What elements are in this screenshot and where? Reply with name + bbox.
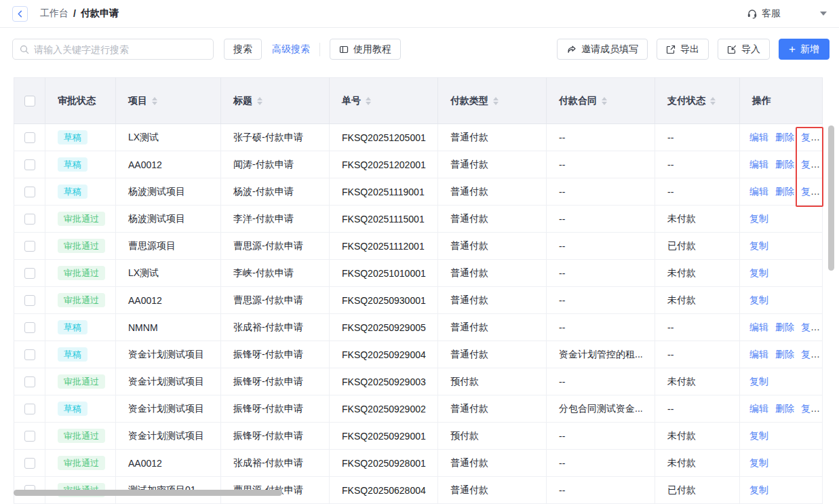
action-copy[interactable]: 复制 <box>749 376 768 387</box>
action-delete[interactable]: 删除 <box>775 403 794 414</box>
action-copy[interactable]: 复制 <box>801 159 820 170</box>
search-button[interactable]: 搜索 <box>224 39 262 60</box>
row-checkbox[interactable] <box>24 376 35 387</box>
invite-members-button[interactable]: 邀请成员填写 <box>557 39 648 60</box>
cell-project: LX测试 <box>116 124 221 151</box>
sort-icon[interactable] <box>257 97 262 105</box>
action-copy[interactable]: 复制 <box>801 349 820 360</box>
action-copy[interactable]: 复制 <box>749 213 768 224</box>
cell-doc-no: FKSQ20250928001 <box>330 450 438 477</box>
action-copy[interactable]: 复制 <box>749 430 768 441</box>
action-copy[interactable]: 复制 <box>801 322 820 332</box>
row-checkbox[interactable] <box>24 404 35 414</box>
avatar[interactable] <box>793 3 813 24</box>
cell-doc-no: FKSQ20250628004 <box>330 477 438 504</box>
action-copy[interactable]: 复制 <box>801 403 820 414</box>
action-edit[interactable]: 编辑 <box>749 159 768 170</box>
sort-icon[interactable] <box>710 97 716 105</box>
headset-icon <box>747 8 758 19</box>
action-copy[interactable]: 复制 <box>749 294 768 305</box>
export-button[interactable]: 导出 <box>657 39 709 60</box>
cell-doc-no: FKSQ20250929002 <box>330 395 438 423</box>
action-edit[interactable]: 编辑 <box>749 349 768 360</box>
action-edit[interactable]: 编辑 <box>749 322 768 332</box>
cell-contract: -- <box>547 287 655 314</box>
cell-approval-status: 草稿 <box>45 151 116 178</box>
action-delete[interactable]: 删除 <box>775 159 794 170</box>
back-button[interactable] <box>12 6 28 22</box>
action-delete[interactable]: 删除 <box>775 349 794 360</box>
cell-pay-type: 预付款 <box>438 423 547 450</box>
cell-pay-status: 未付款 <box>655 260 740 287</box>
table-row: 草稿杨波测试项目杨波-付款申请FKSQ20251119001普通付款----编辑… <box>14 178 823 206</box>
row-checkbox[interactable] <box>24 159 35 170</box>
cell-contract: -- <box>547 206 655 233</box>
table-row: 审批通过AA0012张成裕-付款申请FKSQ20250928001普通付款--未… <box>14 450 823 477</box>
toolbar-right: 邀请成员填写 导出 导入 + 新增 <box>557 39 830 60</box>
row-checkbox[interactable] <box>24 295 35 306</box>
cell-pay-status: 未付款 <box>655 450 740 477</box>
action-copy[interactable]: 复制 <box>749 267 768 278</box>
action-delete[interactable]: 删除 <box>775 132 794 142</box>
cell-pay-type: 普通付款 <box>438 287 547 314</box>
row-select-cell <box>14 287 45 314</box>
row-select-cell <box>14 151 45 178</box>
column-header-pay-status[interactable]: 支付状态 <box>667 95 705 106</box>
column-header-project[interactable]: 项目 <box>128 95 147 106</box>
row-checkbox[interactable] <box>24 268 35 279</box>
actions-cell: 编辑删除复制 <box>740 178 823 206</box>
support-button[interactable]: 客服 <box>747 7 781 20</box>
sort-icon[interactable] <box>493 97 499 105</box>
row-checkbox[interactable] <box>24 458 35 469</box>
action-copy[interactable]: 复制 <box>801 132 820 142</box>
tutorial-icon <box>339 45 349 54</box>
row-checkbox[interactable] <box>24 349 35 360</box>
row-checkbox[interactable] <box>24 322 35 333</box>
status-badge: 审批通过 <box>58 374 105 389</box>
action-copy[interactable]: 复制 <box>749 484 768 495</box>
advanced-search-link[interactable]: 高级搜索 <box>272 43 310 56</box>
breadcrumb-workbench[interactable]: 工作台 <box>40 7 69 20</box>
action-edit[interactable]: 编辑 <box>749 186 768 197</box>
column-header-pay-type[interactable]: 付款类型 <box>450 95 488 106</box>
row-checkbox[interactable] <box>24 187 35 197</box>
action-copy[interactable]: 复制 <box>801 186 820 197</box>
select-all-checkbox[interactable] <box>24 96 35 106</box>
chevron-down-icon[interactable] <box>820 12 827 16</box>
row-checkbox[interactable] <box>24 431 35 442</box>
status-badge: 审批通过 <box>58 293 105 307</box>
cell-project: 资金计划测试项目 <box>116 423 221 450</box>
sort-icon[interactable] <box>602 97 607 105</box>
tutorial-label: 使用教程 <box>353 43 391 56</box>
cell-approval-status: 草稿 <box>45 124 116 151</box>
table-row: 草稿资金计划测试项目振锋呀-付款申请FKSQ20250929002普通付款分包合… <box>14 395 823 423</box>
vertical-scrollbar[interactable] <box>828 125 834 271</box>
import-button[interactable]: 导入 <box>718 39 770 60</box>
row-checkbox[interactable] <box>24 241 35 252</box>
row-checkbox[interactable] <box>24 214 35 225</box>
sort-icon[interactable] <box>152 97 157 105</box>
action-edit[interactable]: 编辑 <box>749 403 768 414</box>
column-header-contract[interactable]: 付款合同 <box>559 95 597 106</box>
column-header-title[interactable]: 标题 <box>233 95 252 106</box>
cell-project: 曹思源项目 <box>116 233 221 260</box>
column-header-doc-no[interactable]: 单号 <box>342 95 361 106</box>
action-copy[interactable]: 复制 <box>749 457 768 468</box>
action-delete[interactable]: 删除 <box>775 186 794 197</box>
cell-title: 张成裕-付款申请 <box>221 314 330 341</box>
action-delete[interactable]: 删除 <box>775 322 794 332</box>
sort-icon[interactable] <box>366 97 371 105</box>
cell-title: 张子硕-付款申请 <box>221 124 330 151</box>
horizontal-scrollbar[interactable] <box>14 490 282 496</box>
search-input[interactable] <box>34 44 206 55</box>
actions-cell: 复制 <box>740 423 823 450</box>
action-edit[interactable]: 编辑 <box>749 132 768 142</box>
import-icon <box>727 45 737 54</box>
cell-pay-type: 普通付款 <box>438 341 547 368</box>
tutorial-button[interactable]: 使用教程 <box>330 39 401 60</box>
action-copy[interactable]: 复制 <box>749 240 768 251</box>
status-badge: 审批通过 <box>58 429 105 443</box>
create-button[interactable]: + 新增 <box>779 39 830 60</box>
invite-members-label: 邀请成员填写 <box>581 43 638 56</box>
row-checkbox[interactable] <box>24 132 35 143</box>
